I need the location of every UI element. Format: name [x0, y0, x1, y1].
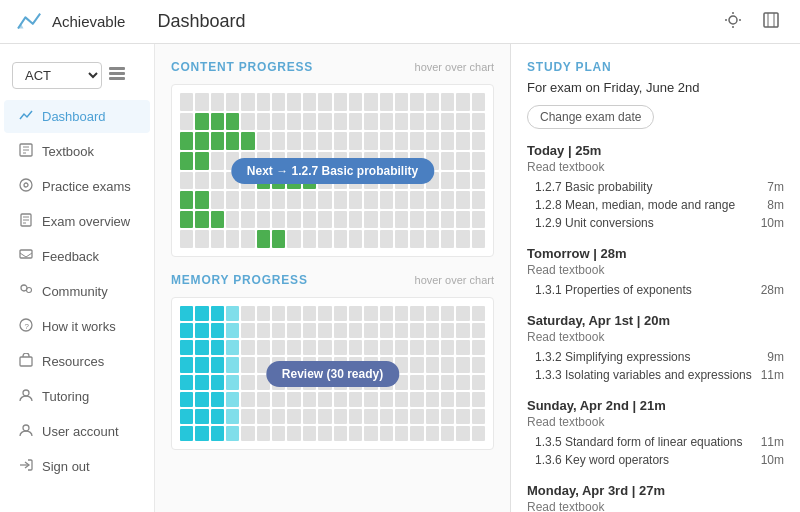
- svg-rect-6: [764, 13, 778, 27]
- sidebar-item-label: Dashboard: [42, 109, 106, 124]
- resources-icon: [18, 353, 34, 370]
- sidebar-item-label: Feedback: [42, 249, 99, 264]
- plan-day-subheader: Read textbook: [527, 415, 784, 429]
- plan-day-header: Today | 25m: [527, 143, 784, 158]
- plan-item-name: 1.2.7 Basic probability: [535, 180, 767, 194]
- plan-item[interactable]: 1.3.3 Isolating variables and expression…: [527, 366, 784, 384]
- study-plan-days: Today | 25mRead textbook1.2.7 Basic prob…: [527, 143, 784, 512]
- svg-text:?: ?: [25, 322, 30, 331]
- plan-day: Today | 25mRead textbook1.2.7 Basic prob…: [527, 143, 784, 232]
- app-header: Achievable Dashboard: [0, 0, 800, 44]
- sidebar-item-how-it-works[interactable]: ? How it works: [4, 310, 150, 343]
- sign-out-icon: [18, 458, 34, 475]
- svg-rect-10: [109, 72, 125, 75]
- plan-item-time: 11m: [761, 435, 784, 449]
- practice-exams-icon: [18, 178, 34, 195]
- svg-point-29: [23, 425, 29, 431]
- sidebar-item-label: How it works: [42, 319, 116, 334]
- sidebar-item-resources[interactable]: Resources: [4, 345, 150, 378]
- memory-progress-badge[interactable]: Review (30 ready): [266, 361, 399, 387]
- header-actions: [720, 7, 784, 37]
- study-plan-title: STUDY PLAN: [527, 60, 784, 74]
- user-account-icon: [18, 423, 34, 440]
- plan-item[interactable]: 1.3.2 Simplifying expressions9m: [527, 348, 784, 366]
- plan-item[interactable]: 1.3.1 Properties of exponents28m: [527, 281, 784, 299]
- tutoring-icon: [18, 388, 34, 405]
- expand-button[interactable]: [758, 7, 784, 37]
- plan-day-subheader: Read textbook: [527, 160, 784, 174]
- sidebar-item-sign-out[interactable]: Sign out: [4, 450, 150, 483]
- sidebar-item-tutoring[interactable]: Tutoring: [4, 380, 150, 413]
- sidebar-item-label: Sign out: [42, 459, 90, 474]
- plan-day: Sunday, Apr 2nd | 21mRead textbook1.3.5 …: [527, 398, 784, 469]
- plan-item-name: 1.3.5 Standard form of linear equations: [535, 435, 761, 449]
- svg-point-16: [20, 179, 32, 191]
- plan-day: Monday, Apr 3rd | 27mRead textbook1.3.7 …: [527, 483, 784, 512]
- theme-icon: [724, 11, 742, 29]
- sidebar-item-feedback[interactable]: Feedback: [4, 240, 150, 273]
- sidebar-item-practice-exams[interactable]: Practice exams: [4, 170, 150, 203]
- content-progress-header: CONTENT PROGRESS hover over chart: [171, 60, 494, 74]
- page-title: Dashboard: [157, 11, 245, 32]
- memory-progress-header: MEMORY PROGRESS hover over chart: [171, 273, 494, 287]
- sidebar-item-exam-overview[interactable]: Exam overview: [4, 205, 150, 238]
- sidebar-item-label: Textbook: [42, 144, 94, 159]
- plan-day-subheader: Read textbook: [527, 330, 784, 344]
- svg-rect-11: [109, 77, 125, 80]
- how-it-works-icon: ?: [18, 318, 34, 335]
- content-area: CONTENT PROGRESS hover over chart Next →…: [155, 44, 510, 512]
- plan-item[interactable]: 1.2.7 Basic probability7m: [527, 178, 784, 196]
- achievable-logo: [16, 10, 44, 34]
- svg-point-24: [27, 288, 32, 293]
- plan-item-time: 28m: [761, 283, 784, 297]
- plan-item-time: 10m: [761, 216, 784, 230]
- sidebar-item-textbook[interactable]: Textbook: [4, 135, 150, 168]
- memory-hover-label: hover over chart: [415, 274, 494, 286]
- exam-type-select[interactable]: ACT SAT GRE GMAT: [12, 62, 102, 89]
- memory-progress-chart: Review (30 ready): [171, 297, 494, 450]
- sidebar-item-label: Tutoring: [42, 389, 89, 404]
- sidebar-item-dashboard[interactable]: Dashboard: [4, 100, 150, 133]
- svg-point-17: [24, 183, 28, 187]
- sidebar-item-label: Community: [42, 284, 108, 299]
- plan-item[interactable]: 1.3.5 Standard form of linear equations1…: [527, 433, 784, 451]
- community-icon: [18, 283, 34, 300]
- plan-item-time: 8m: [767, 198, 784, 212]
- plan-day-subheader: Read textbook: [527, 500, 784, 512]
- plan-item[interactable]: 1.2.8 Mean, median, mode and range8m: [527, 196, 784, 214]
- content-hover-label: hover over chart: [415, 61, 494, 73]
- content-progress-badge[interactable]: Next → 1.2.7 Basic probability: [231, 158, 434, 184]
- study-plan-panel: STUDY PLAN For exam on Friday, June 2nd …: [510, 44, 800, 512]
- content-progress-chart: Next → 1.2.7 Basic probability: [171, 84, 494, 257]
- stack-icon[interactable]: [108, 66, 126, 86]
- memory-progress-title: MEMORY PROGRESS: [171, 273, 308, 287]
- plan-item[interactable]: 1.3.6 Key word operators10m: [527, 451, 784, 469]
- svg-rect-9: [109, 67, 125, 70]
- svg-point-1: [729, 16, 737, 24]
- dashboard-icon: [18, 108, 34, 125]
- plan-item-name: 1.3.1 Properties of exponents: [535, 283, 761, 297]
- sidebar-item-label: Resources: [42, 354, 104, 369]
- header-left: Achievable Dashboard: [16, 10, 245, 34]
- plan-day-header: Monday, Apr 3rd | 27m: [527, 483, 784, 498]
- plan-item[interactable]: 1.2.9 Unit conversions10m: [527, 214, 784, 232]
- plan-item-time: 11m: [761, 368, 784, 382]
- sidebar: ACT SAT GRE GMAT Dashboard: [0, 44, 155, 512]
- plan-item-name: 1.3.3 Isolating variables and expression…: [535, 368, 761, 382]
- brand-name: Achievable: [52, 13, 125, 30]
- textbook-icon: [18, 143, 34, 160]
- plan-day: Saturday, Apr 1st | 20mRead textbook1.3.…: [527, 313, 784, 384]
- sidebar-item-label: User account: [42, 424, 119, 439]
- sidebar-select-row: ACT SAT GRE GMAT: [0, 56, 154, 99]
- theme-toggle-button[interactable]: [720, 7, 746, 37]
- exam-overview-icon: [18, 213, 34, 230]
- sidebar-item-community[interactable]: Community: [4, 275, 150, 308]
- plan-item-time: 9m: [767, 350, 784, 364]
- sidebar-item-label: Exam overview: [42, 214, 130, 229]
- plan-item-name: 1.2.8 Mean, median, mode and range: [535, 198, 767, 212]
- change-exam-date-button[interactable]: Change exam date: [527, 105, 654, 129]
- plan-day-header: Saturday, Apr 1st | 20m: [527, 313, 784, 328]
- content-progress-title: CONTENT PROGRESS: [171, 60, 313, 74]
- plan-item-name: 1.3.2 Simplifying expressions: [535, 350, 767, 364]
- sidebar-item-user-account[interactable]: User account: [4, 415, 150, 448]
